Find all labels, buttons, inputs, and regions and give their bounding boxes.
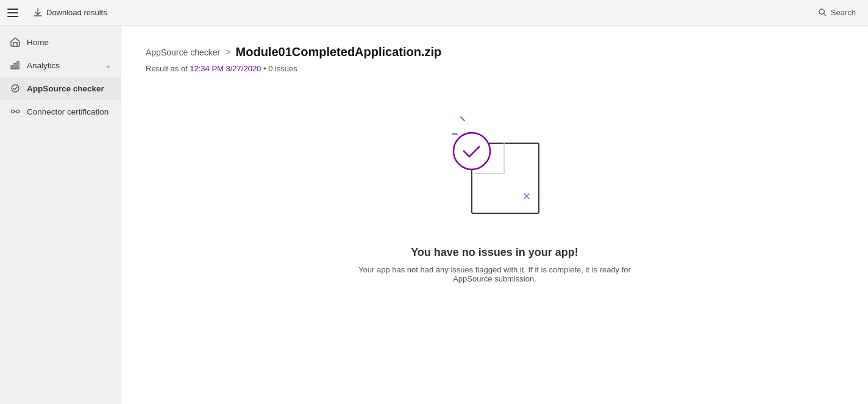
result-timestamp: 12:34 PM 3/27/2020 <box>190 64 261 73</box>
success-illustration <box>434 110 556 232</box>
download-button[interactable]: Download results <box>28 5 112 20</box>
search-label: Search <box>831 8 856 17</box>
download-icon <box>33 8 43 18</box>
sidebar-label-home: Home <box>27 38 49 47</box>
sidebar-label-appsource-checker: AppSource checker <box>27 84 104 93</box>
home-icon <box>10 37 21 48</box>
analytics-icon <box>10 60 21 71</box>
hamburger-icon[interactable] <box>7 9 18 17</box>
svg-point-6 <box>12 110 15 113</box>
result-issues: • 0 issues <box>261 64 297 73</box>
sidebar-item-appsource-checker[interactable]: AppSource checker <box>0 77 121 100</box>
svg-rect-2 <box>11 66 13 69</box>
breadcrumb: AppSource checker > Module01CompletedApp… <box>146 45 844 59</box>
download-label: Download results <box>46 8 107 17</box>
svg-rect-3 <box>14 63 16 69</box>
breadcrumb-current: Module01CompletedApplication.zip <box>236 45 442 59</box>
sidebar-item-analytics[interactable]: Analytics ⌄ <box>0 54 121 77</box>
chevron-down-icon: ⌄ <box>105 62 111 69</box>
svg-point-5 <box>12 85 19 92</box>
sidebar-item-connector-certification[interactable]: Connector certification <box>0 100 121 123</box>
main-layout: Home Analytics ⌄ AppSource checker <box>0 26 868 404</box>
success-subtitle: Your app has not had any issues flagged … <box>343 265 647 283</box>
success-title: You have no issues in your app! <box>411 246 578 259</box>
svg-point-0 <box>819 9 824 14</box>
toolbar: Download results Search <box>0 0 868 26</box>
svg-line-9 <box>461 117 464 121</box>
svg-line-1 <box>824 14 826 16</box>
sidebar-label-analytics: Analytics <box>27 61 60 70</box>
search-area[interactable]: Search <box>813 5 861 19</box>
sidebar: Home Analytics ⌄ AppSource checker <box>0 26 121 404</box>
result-meta: Result as of 12:34 PM 3/27/2020 • 0 issu… <box>146 64 844 73</box>
breadcrumb-separator: > <box>225 47 230 58</box>
success-area: You have no issues in your app! Your app… <box>146 97 844 283</box>
svg-rect-4 <box>17 62 19 69</box>
sidebar-item-home[interactable]: Home <box>0 30 121 54</box>
breadcrumb-parent: AppSource checker <box>146 48 220 57</box>
svg-point-17 <box>454 133 490 169</box>
search-icon <box>818 8 827 17</box>
connector-icon <box>10 106 21 117</box>
checker-icon <box>10 83 21 94</box>
result-prefix: Result as of <box>146 64 190 73</box>
sidebar-label-connector-certification: Connector certification <box>27 107 108 116</box>
content-area: AppSource checker > Module01CompletedApp… <box>121 26 868 404</box>
toolbar-left: Download results <box>7 5 112 20</box>
svg-point-7 <box>16 110 20 113</box>
